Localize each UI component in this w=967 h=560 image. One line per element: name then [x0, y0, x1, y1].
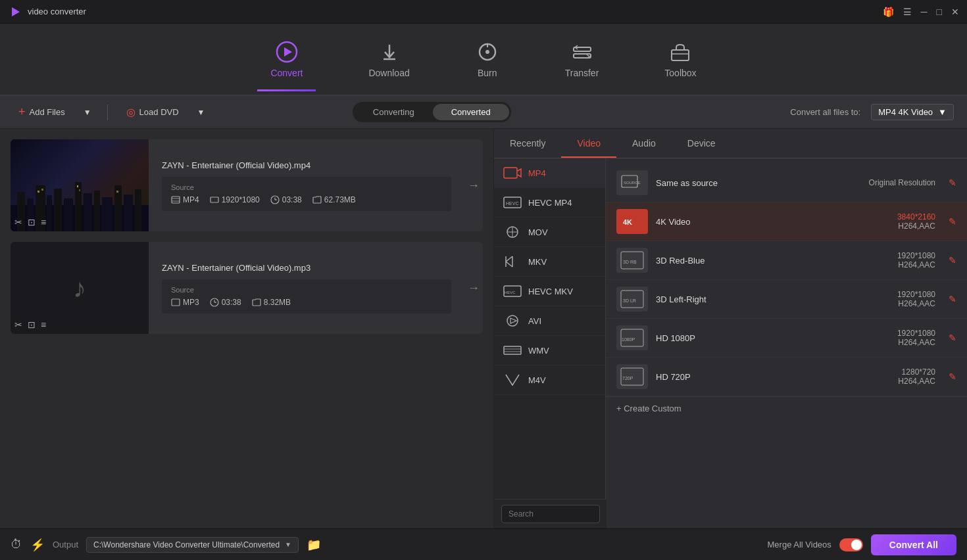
format-item-avi[interactable]: AVI — [494, 306, 605, 336]
nav-item-download[interactable]: Download — [355, 35, 422, 83]
lightning-icon[interactable]: ⚡ — [30, 538, 45, 552]
cut-icon-audio[interactable]: ✂ — [14, 319, 22, 330]
format-search-input[interactable] — [501, 505, 600, 523]
close-icon[interactable]: ✕ — [951, 7, 959, 17]
format-tab-device[interactable]: Device — [672, 129, 731, 158]
format-item-hevc-mp4[interactable]: HEVC HEVC MP4 — [494, 188, 605, 218]
quality-hd-720p[interactable]: 720P HD 720P 1280*720 H264,AAC ✎ — [606, 358, 967, 396]
output-path-arrow-icon: ▼ — [285, 541, 291, 548]
output-path-selector[interactable]: C:\Wondershare Video Converter Ultimate\… — [86, 537, 299, 553]
svg-rect-22 — [102, 197, 112, 231]
load-dvd-arrow[interactable]: ▼ — [195, 105, 208, 120]
quality-edit-720p[interactable]: ✎ — [949, 371, 956, 382]
title-bar-left: video converter — [8, 5, 86, 19]
menu-icon[interactable]: ☰ — [903, 7, 912, 17]
svg-rect-27 — [41, 189, 43, 191]
file-name-video: ZAYN - Entertainer (Official Video).mp4 — [162, 160, 451, 170]
quality-edit-1080p[interactable]: ✎ — [949, 333, 956, 343]
merge-toggle[interactable] — [839, 538, 863, 551]
convert-all-button[interactable]: Convert All — [871, 534, 956, 555]
gift-icon[interactable]: 🎁 — [883, 7, 894, 17]
file-list: ✂ ⊡ ≡ ZAYN - Entertainer (Official Video… — [0, 129, 493, 528]
tab-converted[interactable]: Converted — [433, 104, 509, 120]
format-label-mkv: MKV — [528, 257, 547, 267]
app-logo-icon — [8, 5, 22, 19]
minimize-icon[interactable]: ─ — [921, 7, 928, 17]
svg-rect-30 — [116, 191, 118, 193]
format-item-m4v[interactable]: M4V — [494, 365, 605, 395]
format-tab-audio[interactable]: Audio — [616, 129, 672, 158]
format-item-mov[interactable]: MOV — [494, 218, 605, 247]
resolution-icon — [210, 195, 219, 204]
same-source-icon: SOURCE — [616, 170, 648, 195]
quality-name-1080p: HD 1080P — [656, 333, 889, 343]
add-files-button[interactable]: + Add Files — [13, 103, 70, 122]
format-item-wmv[interactable]: WMV — [494, 336, 605, 365]
load-dvd-button[interactable]: ◎ Load DVD — [121, 103, 184, 121]
file-arrow-video[interactable]: → — [464, 176, 483, 195]
format-tab-video[interactable]: Video — [561, 129, 616, 158]
source-duration-audio: 03:38 — [210, 298, 241, 307]
format-label-wmv: WMV — [528, 346, 549, 356]
4k-icon: 4K — [616, 209, 648, 234]
svg-text:SOURCE: SOURCE — [624, 181, 641, 185]
svg-point-6 — [485, 50, 489, 54]
source-size-audio: 8.32MB — [252, 298, 291, 307]
crop-icon[interactable]: ⊡ — [28, 217, 36, 227]
nav-item-burn[interactable]: Burn — [462, 35, 512, 83]
svg-rect-17 — [54, 189, 62, 231]
svg-rect-18 — [64, 198, 73, 231]
format-selector[interactable]: MP4 4K Video ▼ — [871, 104, 954, 120]
quality-edit-3d-lr[interactable]: ✎ — [949, 294, 956, 304]
svg-text:HEVC: HEVC — [506, 201, 518, 206]
svg-rect-42 — [504, 168, 517, 178]
nav-item-convert[interactable]: Convert — [257, 35, 316, 83]
nav-item-toolbox[interactable]: Toolbox — [651, 35, 709, 83]
open-folder-icon[interactable]: 📁 — [307, 538, 321, 552]
folder-icon-audio — [252, 298, 261, 307]
avi-icon — [503, 314, 522, 327]
file-source-box-video: Source MP4 1920*1080 03:38 — [162, 177, 451, 211]
create-custom-button[interactable]: + Create Custom — [606, 396, 967, 420]
quality-3d-left-right[interactable]: 3D LR 3D Left-Right 1920*1080 H264,AAC ✎ — [606, 280, 967, 319]
nav-item-transfer[interactable]: Transfer — [552, 35, 612, 83]
svg-rect-20 — [84, 193, 92, 231]
file-info-audio: ZAYN - Entertainer (Official Video).mp3 … — [157, 255, 457, 321]
quality-edit-same-source[interactable]: ✎ — [949, 177, 956, 188]
format-right-list: SOURCE Same as source Original Resolutio… — [606, 158, 967, 528]
merge-all-videos-label: Merge All Videos — [768, 540, 831, 549]
source-meta-audio: MP3 03:38 8.32MB — [171, 298, 442, 307]
format-label-mov: MOV — [528, 227, 548, 237]
quality-name-720p: HD 720P — [656, 372, 890, 382]
add-files-icon: + — [18, 105, 26, 119]
add-files-arrow[interactable]: ▼ — [81, 105, 94, 120]
mkv-icon — [503, 255, 522, 268]
quality-res-720p: 1280*720 H264,AAC — [898, 367, 935, 386]
file-arrow-audio[interactable]: → — [464, 279, 483, 297]
quality-3d-red-blue[interactable]: 3D RB 3D Red-Blue 1920*1080 H264,AAC ✎ — [606, 241, 967, 280]
quality-hd-1080p[interactable]: 1080P HD 1080P 1920*1080 H264,AAC ✎ — [606, 319, 967, 358]
load-dvd-icon: ◎ — [126, 106, 136, 118]
source-label-audio: Source — [171, 286, 442, 294]
toolbar: + Add Files ▼ ◎ Load DVD ▼ Converting Co… — [0, 96, 967, 129]
quality-same-as-source[interactable]: SOURCE Same as source Original Resolutio… — [606, 164, 967, 202]
music-icon: ♪ — [73, 273, 86, 303]
timer-icon[interactable]: ⏱ — [11, 538, 22, 551]
crop-icon-audio[interactable]: ⊡ — [28, 319, 36, 330]
quality-edit-3d-rb[interactable]: ✎ — [949, 255, 956, 266]
film-icon — [171, 195, 180, 204]
format-item-mp4[interactable]: MP4 — [494, 158, 605, 188]
settings-icon[interactable]: ≡ — [41, 217, 46, 227]
settings-icon-audio[interactable]: ≡ — [41, 319, 46, 330]
format-item-mkv[interactable]: MKV — [494, 247, 605, 277]
file-controls-audio: ✂ ⊡ ≡ — [14, 319, 46, 330]
maximize-icon[interactable]: □ — [937, 7, 942, 17]
clock-icon-audio — [210, 298, 219, 307]
svg-text:3D LR: 3D LR — [623, 298, 636, 303]
format-tab-recently[interactable]: Recently — [494, 129, 561, 158]
cut-icon[interactable]: ✂ — [14, 217, 22, 227]
quality-edit-4k[interactable]: ✎ — [949, 216, 956, 227]
format-item-hevc-mkv[interactable]: HEVC HEVC MKV — [494, 277, 605, 306]
tab-converting[interactable]: Converting — [355, 104, 433, 120]
quality-4k-video[interactable]: 4K 4K Video 3840*2160 H264,AAC ✎ — [606, 202, 967, 241]
